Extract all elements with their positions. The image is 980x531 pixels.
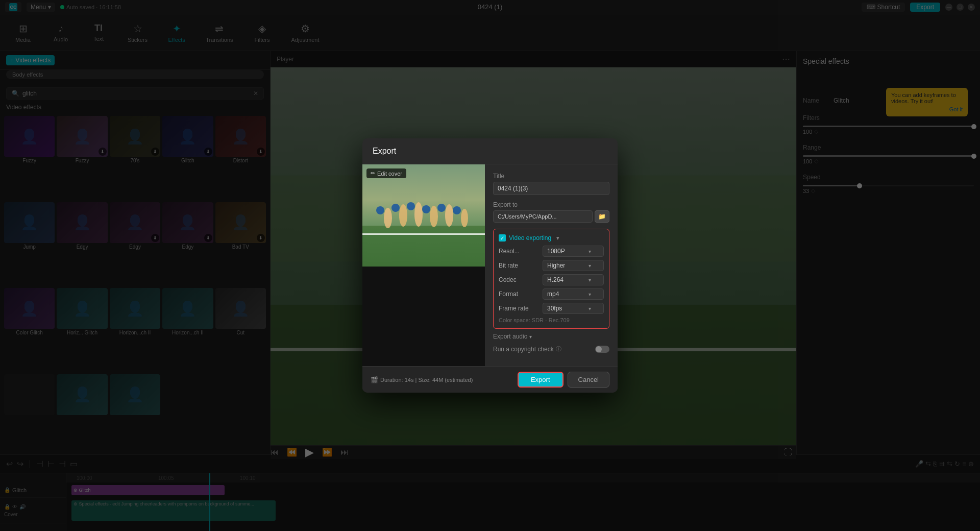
duration-info: 🎬 Duration: 14s | Size: 44M (estimated): [371, 376, 473, 383]
format-value: mp4: [547, 291, 559, 298]
audio-export-label[interactable]: Export audio ▾: [493, 333, 609, 340]
audio-expand-icon: ▾: [529, 334, 532, 340]
export-path-input[interactable]: [493, 210, 593, 223]
svg-rect-5: [362, 226, 485, 267]
export-to-row: Export to 📁: [493, 201, 609, 223]
svg-point-16: [422, 205, 430, 213]
svg-point-15: [407, 202, 415, 210]
video-export-section: ✓ Video exporting ▾ Resol... 1080P ▾: [493, 229, 609, 329]
colorspace-row: Color space: SDR - Rec.709: [499, 317, 604, 323]
resolution-label: Resol...: [499, 248, 520, 255]
resolution-value: 1080P: [547, 248, 565, 255]
edit-cover-label: Edit cover: [377, 171, 402, 177]
bitrate-label: Bit rate: [499, 262, 518, 269]
svg-point-12: [461, 209, 468, 227]
copyright-info-icon: ⓘ: [556, 345, 561, 353]
format-arrow: ▾: [589, 292, 591, 297]
format-select[interactable]: mp4 ▾: [543, 288, 604, 300]
framerate-row: Frame rate 30fps ▾: [499, 303, 604, 314]
modal-body: ✏ Edit cover Title Export to 📁: [362, 164, 618, 366]
browse-button[interactable]: 📁: [595, 210, 609, 223]
title-form-label: Title: [493, 173, 609, 180]
copyright-label: Run a copyright check ⓘ: [493, 345, 561, 353]
codec-arrow: ▾: [589, 277, 591, 283]
format-row: Format mp4 ▾: [499, 288, 604, 300]
bitrate-row: Bit rate Higher ▾: [499, 260, 604, 271]
bitrate-select[interactable]: Higher ▾: [543, 260, 604, 271]
preview-image: ✏ Edit cover: [362, 164, 485, 267]
check-icon: ✓: [500, 235, 504, 241]
svg-point-18: [453, 206, 461, 214]
svg-point-7: [384, 208, 392, 228]
framerate-label: Frame rate: [499, 305, 529, 312]
copyright-row: Run a copyright check ⓘ: [493, 345, 609, 353]
edit-icon: ✏: [371, 170, 375, 177]
resolution-arrow: ▾: [589, 249, 591, 254]
svg-point-8: [399, 204, 407, 227]
cancel-action-button[interactable]: Cancel: [568, 372, 609, 388]
bitrate-value: Higher: [547, 262, 565, 269]
svg-point-17: [437, 204, 446, 212]
modal-header: Export: [362, 138, 618, 164]
codec-select[interactable]: H.264 ▾: [543, 274, 604, 285]
svg-point-10: [430, 206, 438, 227]
export-action-button[interactable]: Export: [518, 372, 564, 388]
format-label: Format: [499, 291, 518, 298]
title-row: Title: [493, 173, 609, 195]
copyright-toggle[interactable]: [595, 346, 609, 353]
video-export-header: ✓ Video exporting ▾: [499, 234, 604, 242]
svg-point-13: [376, 206, 384, 214]
colorspace-label: Color space: SDR - Rec.709: [499, 317, 570, 323]
modal-footer: 🎬 Duration: 14s | Size: 44M (estimated) …: [362, 366, 618, 393]
export-options-scroll: ✓ Video exporting ▾ Resol... 1080P ▾: [493, 229, 609, 358]
audio-export-section: Export audio ▾: [493, 333, 609, 340]
title-input[interactable]: [493, 182, 609, 195]
framerate-select[interactable]: 30fps ▾: [543, 303, 604, 314]
footer-buttons: Export Cancel: [518, 372, 609, 388]
duration-text: Duration: 14s | Size: 44M (estimated): [380, 377, 473, 383]
path-row: 📁: [493, 210, 609, 223]
video-info-icon: ▾: [556, 235, 559, 242]
modal-title: Export: [373, 147, 396, 155]
svg-point-9: [414, 202, 423, 227]
clock-icon: 🎬: [371, 376, 378, 383]
svg-point-14: [391, 204, 400, 212]
svg-point-11: [445, 204, 453, 227]
video-export-checkbox[interactable]: ✓: [499, 234, 506, 242]
export-form: Title Export to 📁 ✓: [485, 164, 618, 366]
bitrate-arrow: ▾: [589, 263, 591, 269]
codec-label: Codec: [499, 276, 517, 283]
video-exporting-label: Video exporting: [509, 234, 551, 242]
codec-value: H.264: [547, 276, 564, 283]
export-modal: Export: [362, 138, 618, 393]
framerate-value: 30fps: [547, 305, 562, 312]
preview-svg: [362, 164, 485, 267]
codec-row: Codec H.264 ▾: [499, 274, 604, 285]
modal-preview: ✏ Edit cover: [362, 164, 485, 366]
toggle-knob: [596, 346, 602, 352]
framerate-arrow: ▾: [589, 306, 591, 311]
resolution-row: Resol... 1080P ▾: [499, 246, 604, 257]
svg-rect-6: [362, 233, 485, 235]
export-to-label: Export to: [493, 201, 609, 208]
modal-overlay: Export: [0, 0, 980, 531]
resolution-select[interactable]: 1080P ▾: [543, 246, 604, 257]
edit-cover-button[interactable]: ✏ Edit cover: [366, 168, 406, 178]
